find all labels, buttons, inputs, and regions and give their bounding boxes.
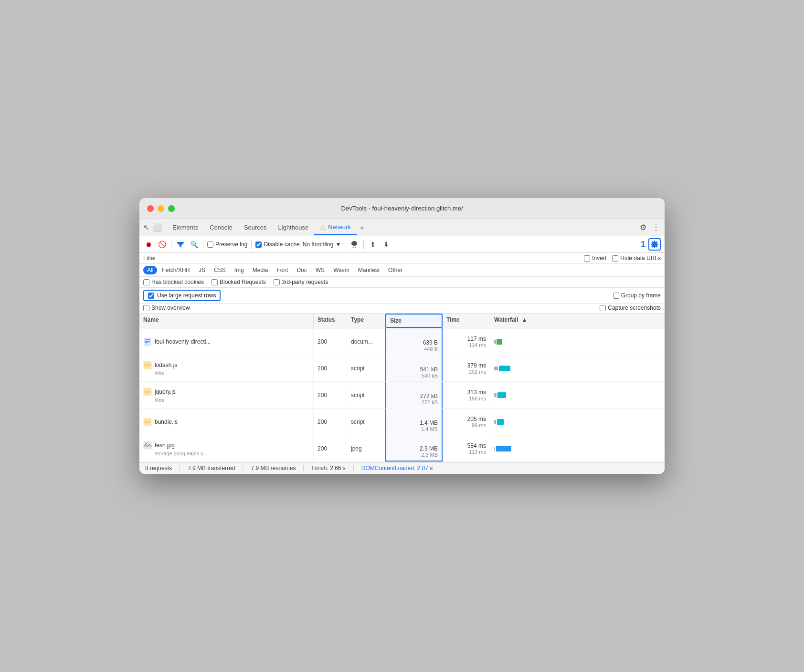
blocked-requests-label[interactable]: Blocked Requests: [212, 279, 266, 285]
blocked-cookies-checkbox[interactable]: [143, 279, 149, 285]
filter-doc-button[interactable]: Doc: [293, 266, 310, 274]
tab-sources[interactable]: Sources: [238, 221, 273, 234]
table-body: foul-heavenly-directi... 200 docum... 63…: [139, 328, 665, 462]
script-icon-jquery: </>: [143, 388, 152, 396]
size-cell-2: 541 kB 540 kB: [385, 355, 443, 381]
settings-area: 1: [641, 238, 661, 251]
tab-lighthouse[interactable]: Lighthouse: [273, 221, 315, 234]
divider-2: [203, 240, 203, 249]
table-row[interactable]: </> lodash.js /libs 200 script 541 kB 54…: [139, 355, 665, 382]
tab-more[interactable]: »: [357, 222, 368, 233]
table-row[interactable]: foul-heavenly-directi... 200 docum... 63…: [139, 328, 665, 355]
col-header-name[interactable]: Name: [139, 314, 314, 328]
group-by-frame-checkbox[interactable]: [613, 293, 619, 299]
filter-icon[interactable]: [175, 239, 186, 250]
device-icon[interactable]: ⬜: [152, 223, 162, 232]
tab-elements[interactable]: Elements: [167, 221, 204, 234]
filter-all-button[interactable]: All: [143, 266, 157, 274]
invert-checkbox[interactable]: [584, 255, 590, 262]
show-overview-label[interactable]: Show overview: [143, 304, 190, 311]
warning-icon: ⚠: [320, 223, 326, 231]
col-header-status[interactable]: Status: [314, 314, 347, 328]
filter-checkboxes: Invert Hide data URLs: [584, 255, 661, 262]
titlebar: DevTools - foul-heavenly-direction.glitc…: [139, 198, 665, 219]
use-large-rows-label[interactable]: Use large request rows: [143, 290, 221, 301]
waterfall-receive-bar-2: [499, 366, 510, 371]
show-overview-checkbox[interactable]: [143, 305, 149, 311]
blocked-cookies-label[interactable]: Has blocked cookies: [143, 279, 204, 285]
svg-text:</>: </>: [144, 389, 151, 395]
invert-checkbox-label[interactable]: Invert: [584, 255, 606, 262]
preserve-log-checkbox-label[interactable]: Preserve log: [207, 241, 247, 248]
filter-media-button[interactable]: Media: [249, 266, 272, 274]
svg-rect-0: [144, 338, 151, 346]
disable-cache-checkbox[interactable]: [255, 242, 262, 248]
waterfall-waiting-bar-5: [494, 447, 495, 451]
col-header-size[interactable]: Size: [385, 314, 443, 328]
throttle-selector[interactable]: No throttling ▼: [303, 241, 341, 248]
transferred-size: 7.9 MB transferred: [188, 465, 243, 472]
filter-fetch-xhr-button[interactable]: Fetch/XHR: [158, 266, 194, 274]
dom-content-loaded[interactable]: DOMContentLoaded: 2.07 s: [361, 465, 440, 472]
preserve-log-checkbox[interactable]: [207, 242, 213, 248]
minimize-button[interactable]: [158, 205, 164, 212]
name-cell-5: fesh.jpg storage.googleapis.c...: [139, 435, 314, 462]
clear-button[interactable]: 🚫: [157, 239, 167, 250]
close-button[interactable]: [147, 205, 154, 212]
filter-js-button[interactable]: JS: [195, 266, 209, 274]
group-by-frame-label[interactable]: Group by frame: [613, 292, 661, 299]
highlighted-settings-button[interactable]: [648, 238, 661, 251]
divider-4: [345, 240, 345, 249]
finish-time: Finish: 2.66 s: [311, 465, 353, 472]
col-header-type[interactable]: Type: [347, 314, 385, 328]
size-cell-5: 2.3 MB 2.3 MB: [385, 435, 443, 462]
blocked-requests-checkbox[interactable]: [212, 279, 218, 285]
export-icon[interactable]: ⬇: [381, 239, 391, 250]
col-header-waterfall[interactable]: Waterfall ▲: [490, 314, 665, 328]
third-party-label[interactable]: 3rd-party requests: [274, 279, 328, 285]
settings-icon[interactable]: ⚙: [639, 222, 647, 233]
cursor-icon[interactable]: ↖: [143, 223, 149, 232]
script-icon-bundle: </>: [143, 418, 152, 426]
type-cell-3: script: [347, 382, 385, 408]
capture-screenshots-label[interactable]: Capture screenshots: [600, 304, 661, 311]
capture-screenshots-checkbox[interactable]: [600, 305, 606, 311]
use-large-rows-checkbox[interactable]: [148, 293, 154, 299]
status-cell-5: 200: [314, 435, 347, 462]
network-conditions-icon[interactable]: [349, 239, 360, 250]
filter-wasm-button[interactable]: Wasm: [329, 266, 353, 274]
col-header-time[interactable]: Time: [443, 314, 490, 328]
disable-cache-checkbox-label[interactable]: Disable cache: [255, 241, 299, 248]
filter-css-button[interactable]: CSS: [210, 266, 230, 274]
tab-console[interactable]: Console: [204, 221, 238, 234]
script-icon-lodash: </>: [143, 361, 152, 369]
table-row[interactable]: </> bundle.js 200 script 1.4 MB 1.4 MB 2…: [139, 409, 665, 435]
waterfall-receive-bar-5: [496, 446, 511, 452]
table-row[interactable]: </> jquery.js /libs 200 script 272 kB 27…: [139, 382, 665, 409]
svg-text:</>: </>: [144, 420, 151, 425]
waterfall-cell-5: [490, 435, 665, 462]
toolbar: ⏺ 🚫 🔍 Preserve log Disable cache No thro…: [139, 236, 665, 253]
waterfall-cell-2: [490, 355, 665, 381]
more-options-icon[interactable]: ⋮: [651, 222, 661, 233]
tab-network[interactable]: ⚠ Network: [314, 220, 357, 235]
hide-data-urls-checkbox-label[interactable]: Hide data URLs: [612, 255, 661, 262]
table-row[interactable]: fesh.jpg storage.googleapis.c... 200 jpe…: [139, 435, 665, 462]
filter-other-button[interactable]: Other: [384, 266, 406, 274]
divider-3: [251, 240, 252, 249]
third-party-checkbox[interactable]: [274, 279, 280, 285]
filter-manifest-button[interactable]: Manifest: [354, 266, 383, 274]
devtools-body: ↖ ⬜ Elements Console Sources Lighthouse …: [139, 219, 665, 474]
filter-ws-button[interactable]: WS: [312, 266, 328, 274]
import-icon[interactable]: ⬆: [368, 239, 378, 250]
waterfall-waiting-bar-4: [494, 420, 496, 424]
search-icon[interactable]: 🔍: [189, 239, 199, 250]
record-button[interactable]: ⏺: [143, 239, 154, 250]
requests-count: 8 requests: [145, 465, 180, 472]
maximize-button[interactable]: [168, 205, 175, 212]
waterfall-waiting-bar-1: [494, 340, 496, 344]
hide-data-urls-checkbox[interactable]: [612, 255, 618, 262]
filter-font-button[interactable]: Font: [273, 266, 292, 274]
filter-img-button[interactable]: Img: [231, 266, 248, 274]
time-cell-3: 313 ms 186 ms: [443, 382, 490, 408]
